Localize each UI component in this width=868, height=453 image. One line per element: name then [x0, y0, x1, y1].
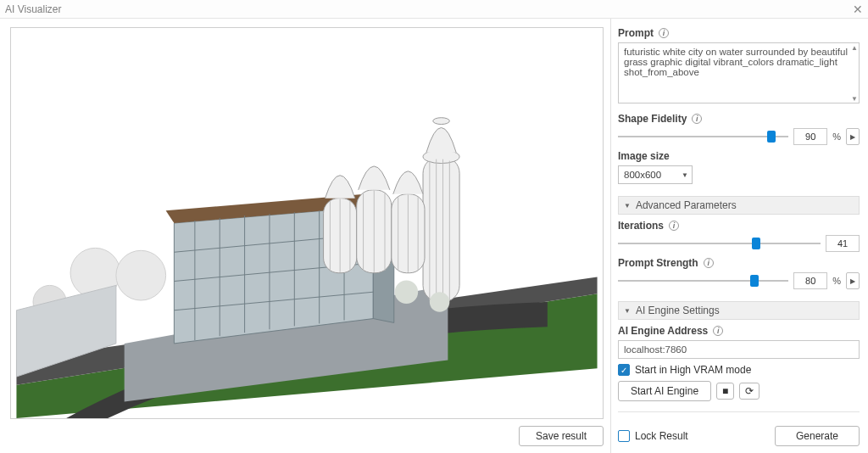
title-bar: AI Visualizer ✕ — [0, 0, 868, 19]
engine-address-label: AI Engine Address — [618, 325, 708, 337]
engine-address-row: AI Engine Address i — [618, 325, 860, 337]
high-vram-row: ✓ Start in High VRAM mode — [618, 364, 860, 376]
step-button[interactable]: ▶ — [846, 128, 860, 145]
window-title: AI Visualizer — [5, 3, 61, 15]
refresh-icon: ⟳ — [745, 385, 754, 397]
prompt-strength-slider[interactable] — [618, 274, 788, 288]
close-icon[interactable]: ✕ — [853, 3, 863, 15]
prompt-label-row: Prompt i — [618, 27, 860, 39]
shape-fidelity-slider-row: 90 % ▶ — [618, 128, 860, 145]
svg-point-5 — [116, 250, 166, 300]
prompt-textarea[interactable] — [618, 42, 860, 103]
stop-icon: ■ — [722, 385, 728, 397]
step-button[interactable]: ▶ — [846, 272, 860, 289]
svg-point-41 — [430, 292, 449, 311]
scroll-down-icon[interactable]: ▼ — [851, 95, 858, 103]
info-icon[interactable]: i — [704, 258, 714, 268]
generate-button[interactable]: Generate — [775, 426, 860, 446]
left-panel: Save result — [0, 19, 610, 453]
shape-fidelity-value[interactable]: 90 — [793, 128, 827, 145]
advanced-parameters-label: Advanced Parameters — [636, 199, 737, 211]
high-vram-label: Start in High VRAM mode — [635, 364, 751, 376]
shape-fidelity-label: Shape Fidelity — [618, 113, 687, 125]
engine-buttons-row: Start AI Engine ■ ⟳ — [618, 381, 860, 401]
triangle-down-icon: ▼ — [624, 307, 631, 315]
prompt-strength-slider-row: 80 % ▶ — [618, 272, 860, 289]
iterations-label: Iterations — [618, 220, 664, 232]
info-icon[interactable]: i — [692, 114, 702, 124]
prompt-area: ▲ ▼ — [618, 42, 860, 106]
image-size-select[interactable]: 800x600 ▼ — [618, 165, 693, 184]
image-size-row: Image size — [618, 150, 860, 162]
scroll-up-icon[interactable]: ▲ — [851, 44, 858, 52]
ai-engine-settings-label: AI Engine Settings — [636, 305, 720, 316]
engine-address-input[interactable] — [618, 340, 860, 359]
shape-fidelity-slider[interactable] — [618, 130, 788, 143]
advanced-parameters-header[interactable]: ▼ Advanced Parameters — [618, 196, 860, 215]
main-area: Save result Prompt i ▲ ▼ Shape Fidelity … — [0, 19, 868, 453]
info-icon[interactable]: i — [669, 221, 679, 231]
iterations-slider[interactable] — [618, 237, 821, 250]
triangle-down-icon: ▼ — [624, 202, 631, 210]
svg-point-40 — [395, 281, 418, 304]
iterations-row: Iterations i — [618, 220, 860, 232]
prompt-label: Prompt — [618, 27, 654, 39]
refresh-button[interactable]: ⟳ — [739, 383, 760, 400]
percent-label: % — [832, 276, 841, 286]
chevron-down-icon: ▼ — [682, 171, 688, 179]
save-result-button[interactable]: Save result — [519, 426, 604, 446]
iterations-value[interactable]: 41 — [826, 235, 860, 252]
lock-result-label: Lock Result — [635, 430, 688, 442]
stop-button[interactable]: ■ — [716, 383, 734, 400]
prompt-strength-label: Prompt Strength — [618, 257, 698, 269]
percent-label: % — [832, 131, 841, 142]
start-ai-engine-button[interactable]: Start AI Engine — [618, 381, 711, 401]
right-panel: Prompt i ▲ ▼ Shape Fidelity i 90 % ▶ Ima… — [610, 19, 868, 453]
prompt-strength-value[interactable]: 80 — [793, 272, 827, 289]
svg-rect-21 — [423, 157, 459, 302]
iterations-slider-row: 41 — [618, 235, 860, 252]
viewport-canvas[interactable] — [10, 27, 604, 419]
prompt-strength-row: Prompt Strength i — [618, 257, 860, 269]
info-icon[interactable]: i — [659, 28, 669, 38]
info-icon[interactable]: i — [713, 326, 723, 336]
ai-engine-settings-header[interactable]: ▼ AI Engine Settings — [618, 301, 860, 320]
right-footer: Lock Result Generate — [618, 422, 860, 446]
high-vram-checkbox[interactable]: ✓ — [618, 364, 630, 376]
lock-result-checkbox[interactable] — [618, 430, 630, 442]
shape-fidelity-row: Shape Fidelity i — [618, 113, 860, 125]
svg-point-23 — [433, 118, 450, 125]
lock-result-row: Lock Result — [618, 430, 688, 442]
left-footer: Save result — [10, 419, 604, 446]
image-size-value: 800x600 — [624, 170, 661, 180]
image-size-select-row: 800x600 ▼ — [618, 165, 860, 184]
image-size-label: Image size — [618, 150, 670, 162]
